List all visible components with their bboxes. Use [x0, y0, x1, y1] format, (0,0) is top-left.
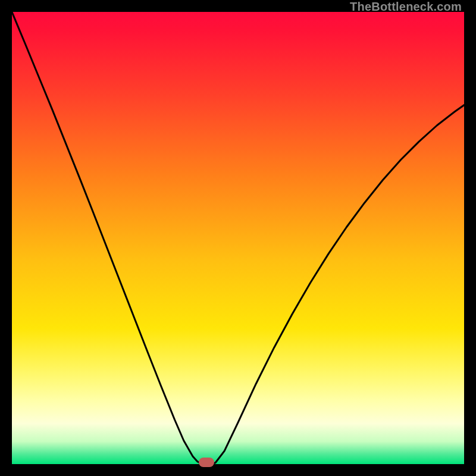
bottleneck-curve — [12, 12, 464, 464]
chart-frame: TheBottleneck.com — [0, 0, 476, 476]
optimal-point-marker — [199, 458, 214, 467]
plot-area — [12, 12, 464, 464]
